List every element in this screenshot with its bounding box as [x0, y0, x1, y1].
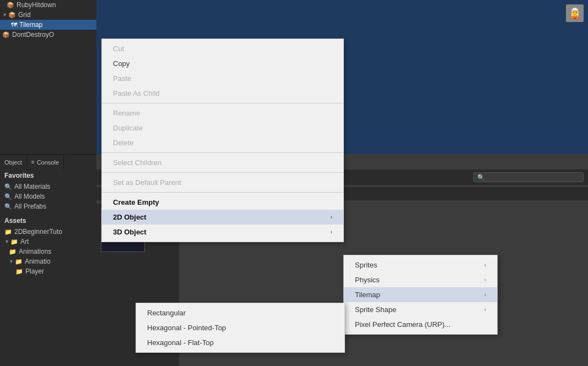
art-folder-icon: 📁 [10, 238, 18, 245]
animations-icon: 📁 [9, 248, 17, 255]
arrow-tilemap-icon: › [484, 292, 486, 298]
search-input[interactable] [473, 172, 584, 182]
ctx-cut[interactable]: Cut [102, 41, 343, 56]
hierarchy-item-rubyhitdown[interactable]: 📦 RubyHitdown [0, 0, 96, 10]
tab-object[interactable]: Object [0, 155, 27, 170]
hierarchy-item-tilemap[interactable]: 🗺 Tilemap [0, 20, 96, 30]
ctx-delete[interactable]: Delete [102, 135, 343, 150]
tilemap-hex-pointed[interactable]: Hexagonal - Pointed-Top [136, 320, 344, 335]
models-icon: 🔍 [4, 193, 12, 200]
favorites-header: Favorites [0, 170, 96, 182]
ctx-sep1 [102, 103, 343, 103]
expand-icon: ▼ [2, 12, 7, 18]
sub2d-pixel-perfect[interactable]: Pixel Perfect Camera (URP)... [344, 317, 497, 332]
hierarchy-panel: 📦 RubyHitdown ▼ 📦 Grid 🗺 Tilemap 📦 DontD… [0, 0, 96, 154]
all-materials-item[interactable]: 🔍 All Materials [0, 182, 96, 192]
assets-header: Assets [0, 215, 96, 227]
avatar-icon: 🧝 [566, 4, 584, 22]
console-icon: ≡ [31, 159, 35, 165]
sub2d-tilemap[interactable]: Tilemap › [344, 287, 497, 302]
ctx-paste[interactable]: Paste [102, 71, 343, 86]
folder-2d-icon: 📁 [4, 228, 12, 236]
ctx-copy[interactable]: Copy [102, 56, 343, 71]
submenu-tilemap: Rectangular Hexagonal - Pointed-Top Hexa… [136, 303, 345, 353]
player-icon: 📁 [15, 268, 23, 275]
arrow-3d-icon: › [331, 229, 332, 235]
tilemap-icon: 🗺 [11, 21, 17, 28]
animatio-folder-icon: 📁 [15, 258, 23, 265]
sub2d-sprites[interactable]: Sprites › [344, 258, 497, 272]
animations-item[interactable]: 📁 Animations [0, 247, 96, 256]
submenu-2d: Sprites › Physics › Tilemap › Sprite Sha… [343, 255, 498, 335]
prefabs-icon: 🔍 [4, 203, 12, 210]
animatio-item[interactable]: ▼ 📁 Animatio [0, 256, 96, 266]
rubyhitdown-icon: 📦 [7, 2, 14, 9]
project-panel: Favorites 🔍 All Materials 🔍 All Models 🔍… [0, 170, 96, 366]
ctx-rename[interactable]: Rename [102, 106, 343, 121]
ctx-select-children[interactable]: Select Children [102, 155, 343, 170]
ctx-sep3 [102, 172, 343, 173]
hierarchy-item-grid[interactable]: ▼ 📦 Grid [0, 10, 96, 20]
sub2d-physics[interactable]: Physics › [344, 272, 497, 287]
ctx-2d-object[interactable]: 2D Object › [102, 210, 343, 225]
dontdestroy-icon: 📦 [2, 31, 10, 39]
grid-icon: 📦 [8, 12, 16, 19]
materials-icon: 🔍 [4, 183, 12, 190]
ctx-set-default-parent[interactable]: Set as Default Parent [102, 175, 343, 190]
hierarchy-item-dontdestroy[interactable]: 📦 DontDestroyO [0, 30, 96, 40]
context-menu: Cut Copy Paste Paste As Child Rename Dup… [101, 39, 344, 242]
ctx-duplicate[interactable]: Duplicate [102, 121, 343, 135]
art-expand-icon: ▼ [4, 239, 9, 244]
art-item[interactable]: ▼ 📁 Art [0, 237, 96, 247]
arrow-2d-icon: › [331, 214, 332, 220]
arrow-sprite-shape-icon: › [484, 307, 486, 313]
arrow-physics-icon: › [484, 277, 486, 283]
animatio-expand-icon: ▼ [9, 259, 14, 264]
tilemap-rectangular[interactable]: Rectangular [136, 305, 344, 320]
all-models-item[interactable]: 🔍 All Models [0, 192, 96, 201]
ctx-sep2 [102, 152, 343, 153]
ctx-create-empty[interactable]: Create Empty [102, 195, 343, 210]
tab-bar: Object ≡ Console [0, 154, 96, 170]
2dbeginners-item[interactable]: 📁 2DBeginnerTuto [0, 227, 96, 237]
ctx-sep4 [102, 192, 343, 193]
tilemap-hex-flat[interactable]: Hexagonal - Flat-Top [136, 335, 344, 350]
arrow-sprites-icon: › [484, 262, 486, 268]
player-item[interactable]: 📁 Player [0, 266, 96, 276]
sub2d-sprite-shape[interactable]: Sprite Shape › [344, 302, 497, 317]
ctx-paste-as-child[interactable]: Paste As Child [102, 86, 343, 101]
tab-console[interactable]: ≡ Console [27, 155, 64, 170]
all-prefabs-item[interactable]: 🔍 All Prefabs [0, 201, 96, 211]
ctx-3d-object[interactable]: 3D Object › [102, 225, 343, 239]
